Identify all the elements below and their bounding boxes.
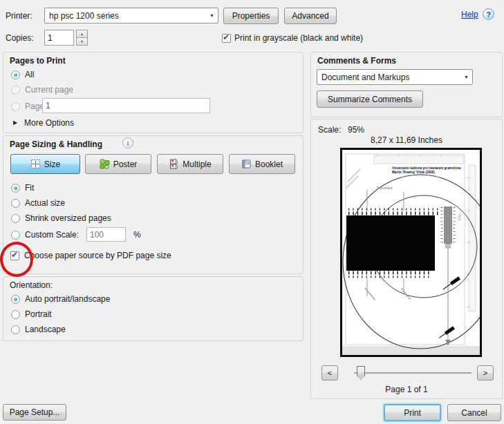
booklet-icon: [241, 159, 252, 169]
comments-forms-select-value: Document and Markups: [317, 73, 460, 82]
summarize-comments-button[interactable]: Summarize Comments: [317, 90, 423, 108]
radio-actual-size[interactable]: [11, 199, 20, 208]
poster-mode-label: Poster: [113, 160, 138, 169]
radio-current-page[interactable]: [11, 86, 20, 95]
preview-top-ruler: [374, 155, 464, 164]
previous-page-button[interactable]: <: [321, 365, 338, 380]
paper-size-label: 8,27 x 11,69 Inches: [311, 135, 502, 145]
page-preview: Univerzální šablona pro nastavení gramof…: [340, 148, 482, 357]
printer-select[interactable]: hp psc 1200 series ▼: [44, 8, 218, 23]
radio-custom-scale-label: Custom Scale:: [25, 230, 79, 240]
copies-input[interactable]: [44, 30, 74, 46]
page-sizing-title: Page Sizing & Handling: [10, 139, 102, 149]
size-icon: [30, 159, 41, 169]
poster-icon: [100, 159, 110, 169]
chevron-down-icon[interactable]: ▼: [206, 13, 218, 18]
preview-panel: Scale: 95% 8,27 x 11,69 Inches: [310, 119, 503, 399]
comments-forms-title: Comments & Forms: [317, 56, 396, 66]
red-annotation-circle: [0, 242, 33, 277]
help-icon[interactable]: ?: [483, 8, 494, 20]
pages-to-print-title: Pages to Print: [10, 56, 66, 66]
radio-landscape-label: Landscape: [25, 325, 66, 334]
help-link[interactable]: Help: [461, 10, 478, 19]
chevron-down-icon[interactable]: ▼: [460, 75, 472, 79]
radio-actual-size-label: Actual size: [25, 198, 65, 208]
printer-label: Printer:: [6, 11, 32, 21]
radio-pages[interactable]: [11, 102, 20, 111]
next-page-button[interactable]: >: [477, 365, 494, 380]
radio-auto-orientation[interactable]: [11, 295, 20, 304]
radio-current-page-label: Current page: [25, 85, 73, 95]
page-sizing-section: Page Sizing & Handling i Size Poster: [3, 135, 304, 274]
preview-pivot-label: Pivot: [458, 213, 461, 221]
cancel-button[interactable]: Cancel: [447, 404, 501, 421]
multiple-mode-label: Multiple: [183, 160, 211, 169]
preview-black-block: [346, 215, 435, 271]
properties-button[interactable]: Properties: [223, 8, 279, 24]
more-options-arrow-icon[interactable]: ▶: [13, 119, 17, 126]
poster-mode-button[interactable]: Poster: [85, 154, 151, 174]
info-icon[interactable]: i: [122, 137, 133, 148]
pages-to-print-section: Pages to Print All Current page Pages ▶ …: [3, 52, 304, 133]
grayscale-label: Print in grayscale (black and white): [234, 33, 363, 43]
orientation-title: Orientation:: [10, 280, 53, 290]
copies-label: Copies:: [6, 33, 34, 43]
check-icon: ✔: [223, 32, 230, 42]
custom-scale-input[interactable]: [86, 227, 126, 242]
orientation-section: Orientation: Auto portrait/landscape Por…: [3, 276, 304, 341]
radio-custom-scale[interactable]: [11, 231, 20, 240]
preview-right-ruler: [469, 165, 476, 311]
booklet-mode-label: Booklet: [255, 160, 283, 169]
radio-auto-orientation-label: Auto portrait/landscape: [25, 294, 110, 304]
grayscale-checkbox[interactable]: ✔: [222, 34, 231, 43]
advanced-button[interactable]: Advanced: [284, 8, 337, 24]
preview-doc-title-line1: Univerzální šablona pro nastavení gramof…: [392, 166, 461, 170]
preview-document-image: Univerzální šablona pro nastavení gramof…: [342, 150, 480, 355]
radio-all-label: All: [25, 70, 34, 79]
page-slider-thumb[interactable]: [357, 366, 365, 380]
print-button[interactable]: Print: [384, 404, 441, 421]
printer-select-value: hp psc 1200 series: [45, 11, 206, 21]
multiple-mode-button[interactable]: Multiple: [157, 154, 223, 174]
copies-stepper: ▲ ▼: [76, 30, 88, 46]
more-options-label[interactable]: More Options: [24, 118, 74, 128]
radio-portrait[interactable]: [11, 310, 20, 319]
page-setup-button[interactable]: Page Setup...: [3, 404, 66, 421]
print-dialog: Printer: hp psc 1200 series ▼ Properties…: [0, 0, 504, 424]
radio-portrait-label: Portrait: [25, 309, 52, 319]
radio-fit[interactable]: [11, 184, 20, 193]
size-mode-button[interactable]: Size: [10, 154, 80, 174]
radio-all[interactable]: [11, 70, 20, 79]
paper-source-label: Choose paper source by PDF page size: [24, 251, 171, 260]
page-slider-track[interactable]: [354, 372, 472, 374]
preview-bottom-margin: [342, 346, 480, 355]
scale-label: Scale:: [318, 125, 341, 135]
preview-baerwald-label: Baerwald: [377, 186, 392, 190]
preview-doc-title-line2: Martin 'Rowing' Vlček (2008): [392, 171, 435, 174]
comments-forms-section: Comments & Forms Document and Markups ▼ …: [310, 52, 503, 117]
page-indicator: Page 1 of 1: [311, 385, 502, 394]
radio-fit-label: Fit: [25, 183, 34, 193]
stepper-down-icon[interactable]: ▼: [76, 38, 88, 46]
scale-value: 95%: [348, 125, 364, 135]
preview-pivot-bar: [444, 206, 452, 244]
percent-label: %: [133, 230, 141, 240]
radio-shrink-label: Shrink oversized pages: [25, 213, 111, 223]
radio-shrink[interactable]: [11, 214, 20, 223]
size-mode-label: Size: [44, 160, 60, 169]
booklet-mode-button[interactable]: Booklet: [229, 154, 295, 174]
radio-landscape[interactable]: [11, 325, 20, 334]
stepper-up-icon[interactable]: ▲: [76, 30, 88, 38]
pages-range-input[interactable]: [42, 98, 210, 113]
comments-forms-select[interactable]: Document and Markups ▼: [317, 69, 473, 85]
multiple-icon: [169, 159, 179, 169]
